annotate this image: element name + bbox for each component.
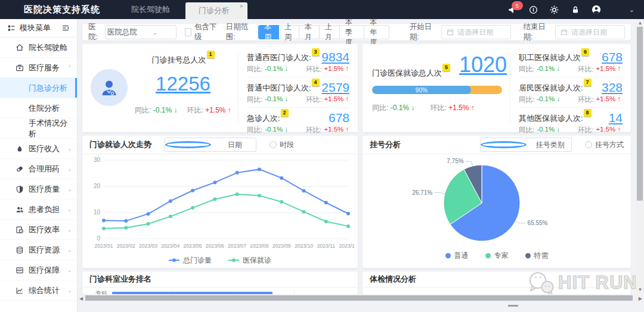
registration-total-value[interactable]: 12256 <box>130 73 236 95</box>
outpatient-mini-stats: 普通西医门诊人次:3 9834 同比:-0.1% ↓环比:+1.5% ↑ 普通中… <box>239 45 358 131</box>
range-this-week-button[interactable]: 本周 <box>258 25 279 39</box>
sidebar-item-medical-revenue[interactable]: 医疗收入 ⌄ <box>0 139 77 159</box>
svg-text:0: 0 <box>97 235 100 242</box>
stat-badge: 7 <box>584 79 592 86</box>
trend-panel: 门诊就诊人次走势 日期 时段 01020302023/012023/022023… <box>82 136 358 268</box>
trend-line-chart: 01020302023/012023/022023/032023/042023/… <box>86 155 354 254</box>
sidebar-item-medical-insurance[interactable]: 医疗保障 ⌄ <box>0 260 77 280</box>
registration-panel-title: 挂号分析 <box>370 139 401 150</box>
range-this-year-button[interactable]: 本年度 <box>364 25 389 39</box>
other-insurance-value[interactable]: 14 <box>609 111 623 124</box>
radio-by-date[interactable]: 日期 <box>165 138 256 152</box>
scroll-up-arrow-icon[interactable]: ▲ <box>638 20 643 26</box>
range-last-month-button[interactable]: 上月 <box>319 25 340 39</box>
horizontal-scrollbar[interactable]: ◀ ▶ <box>78 294 644 302</box>
sidebar-item-comprehensive-statistics[interactable]: 综合统计 ⌄ <box>0 280 77 301</box>
date-range-button-group: 本周 上周 本月 上月 本季度 本年度 <box>259 25 389 39</box>
chevron-down-icon[interactable]: ⌄ <box>629 6 634 14</box>
trend-panel-header: 门诊就诊人次走势 日期 时段 <box>82 136 358 154</box>
collapse-sidebar-icon[interactable] <box>61 24 70 32</box>
employee-insurance-value[interactable]: 678 <box>602 51 623 63</box>
stat-title: 门诊挂号总人次 <box>152 55 206 64</box>
registration-panel: 挂号分析 挂号类别 挂号方式 65.55%26.71%7.75% 普通专家特需 <box>363 136 631 268</box>
scroll-left-arrow-icon[interactable]: ◀ <box>79 296 83 302</box>
svg-text:65.55%: 65.55% <box>528 220 548 226</box>
tab-cockpit[interactable]: 院长驾驶舱 <box>131 4 170 15</box>
chevron-down-icon: ⌄ <box>67 145 72 152</box>
hospital-select-value: 医院总院 <box>106 27 138 38</box>
radio-registration-category[interactable]: 挂号类别 <box>480 138 572 152</box>
stat-row-chinese-medicine: 普通中医门诊人次:4 2579 同比:-0.1% ↓环比:+1.5% ↑ <box>247 77 349 108</box>
lock-icon[interactable] <box>571 5 580 14</box>
radio-registration-method[interactable]: 挂号方式 <box>585 140 624 150</box>
sidebar-item-outpatient-emergency-analysis[interactable]: 门急诊分析 <box>0 78 77 98</box>
sidebar-item-inpatient-analysis[interactable]: 住院分析 <box>0 98 77 118</box>
hospital-select[interactable]: 医院总院 ⌄ <box>105 25 177 39</box>
stat-badge: 3 <box>312 48 320 56</box>
radio-icon <box>481 141 527 148</box>
sidebar-item-patient-burden[interactable]: 患者负担 ⌄ <box>0 199 77 220</box>
horizontal-scrollbar-thumb[interactable] <box>85 295 633 301</box>
sidebar: 模块菜单 院长驾驶舱 医疗服务 ⌃ 门急诊分析 住院分析 手术情况分析 <box>0 19 78 312</box>
tab-outpatient-analysis[interactable]: 门诊分析 × <box>185 2 247 19</box>
sidebar-item-medical-resources[interactable]: 医疗资源 ⌄ <box>0 240 77 260</box>
legend-item[interactable]: 总门诊量 <box>169 255 212 266</box>
info-icon[interactable] <box>529 5 538 14</box>
legend-item[interactable]: 特需 <box>525 251 549 261</box>
ratio-row: 同比: -0.1% ↓ 环比: +1.5% ↑ <box>130 105 236 116</box>
statistics-icon <box>16 286 24 295</box>
sidebar-item-label: 院长驾驶舱 <box>29 42 67 53</box>
quality-icon <box>16 185 24 194</box>
end-date-label: 结束日期: <box>523 22 547 42</box>
legend-item[interactable]: 专家 <box>485 251 509 261</box>
home-icon <box>16 43 24 52</box>
legend-item[interactable]: 普通 <box>445 251 469 261</box>
svg-text:26.71%: 26.71% <box>412 189 432 196</box>
range-last-week-button[interactable]: 上周 <box>278 25 299 39</box>
scroll-right-arrow-icon[interactable]: ▶ <box>639 296 642 302</box>
include-sub-checkbox[interactable] <box>185 28 191 36</box>
insurance-total-value[interactable]: 1020 <box>459 52 507 77</box>
svg-text:7.75%: 7.75% <box>447 158 463 164</box>
sidebar-item-label: 门急诊分析 <box>29 83 67 93</box>
department-ranking-panel: 门诊科室业务排名 专科 <box>82 272 358 294</box>
svg-text:2023/03: 2023/03 <box>139 243 157 249</box>
sidebar-item-surgery-analysis[interactable]: 手术情况分析 <box>0 118 77 139</box>
sidebar-item-rational-drug-use[interactable]: 合理用药 ⌄ <box>0 159 77 179</box>
svg-text:2023/07: 2023/07 <box>228 243 246 249</box>
announcement-icon[interactable]: 5 <box>508 5 518 14</box>
resize-handle[interactable] <box>508 305 518 307</box>
physical-exam-panel: 体检情况分析 <box>363 272 631 294</box>
resident-insurance-value[interactable]: 328 <box>602 81 623 93</box>
svg-text:2023/11: 2023/11 <box>317 243 336 249</box>
stat-badge: 1 <box>207 51 215 58</box>
sidebar-item-medical-efficiency[interactable]: 医疗效率 ⌄ <box>0 220 77 240</box>
tab-close-icon[interactable]: × <box>240 2 243 10</box>
vertical-scrollbar-thumb[interactable] <box>637 27 643 201</box>
sidebar-item-label: 综合统计 <box>29 285 60 296</box>
range-this-quarter-button[interactable]: 本季度 <box>339 25 364 39</box>
sidebar-item-medical-service[interactable]: 医疗服务 ⌃ <box>0 58 77 78</box>
svg-text:10: 10 <box>94 209 101 216</box>
insurance-progress-bar: 90% <box>372 86 502 94</box>
vertical-scrollbar[interactable]: ▲ ▼ <box>636 19 644 294</box>
medical-service-icon <box>16 64 24 72</box>
settings-gear-icon[interactable] <box>550 5 559 14</box>
range-this-month-button[interactable]: 本月 <box>299 25 320 39</box>
sidebar-item-medical-quality[interactable]: 医疗质量 ⌄ <box>0 179 77 199</box>
menu-title: 模块菜单 <box>20 23 51 33</box>
sidebar-item-label: 合理用药 <box>29 164 60 174</box>
west-medicine-value[interactable]: 9834 <box>321 51 349 63</box>
chinese-medicine-value[interactable]: 2579 <box>321 81 349 93</box>
end-date-input[interactable]: 请选择日期 <box>555 25 625 39</box>
chevron-down-icon: ⌄ <box>138 29 171 36</box>
app-title: 医院决策支持系统 <box>24 4 100 15</box>
progress-label: 90% <box>416 87 428 93</box>
user-avatar[interactable] <box>592 5 601 14</box>
start-date-input[interactable]: 请选择日期 <box>441 25 511 39</box>
scroll-down-arrow-icon[interactable]: ▼ <box>638 287 643 293</box>
radio-by-timeslot[interactable]: 时段 <box>270 140 294 150</box>
sidebar-item-cockpit[interactable]: 院长驾驶舱 <box>0 38 77 58</box>
legend-item[interactable]: 医保就诊 <box>228 255 271 266</box>
svg-text:2023/05: 2023/05 <box>184 243 202 249</box>
